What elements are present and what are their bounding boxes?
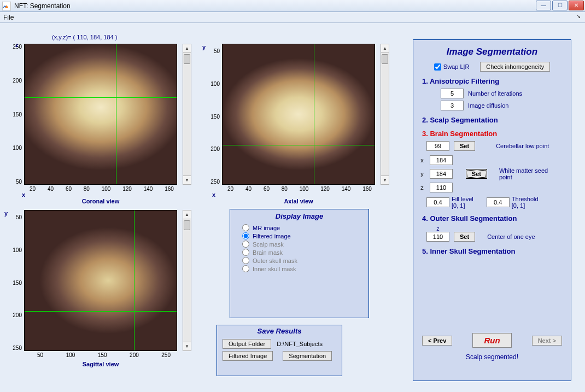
window-maximize-button[interactable]: ☐ — [552, 1, 568, 10]
wm-z-input[interactable] — [430, 183, 453, 192]
sagittal-image — [25, 210, 177, 350]
wm-set-button[interactable]: Set — [466, 169, 487, 179]
scroll-thumb[interactable] — [184, 54, 190, 64]
coronal-axes[interactable] — [24, 44, 177, 185]
matlab-icon — [2, 2, 11, 10]
sagittal-title: Sagittal view — [24, 361, 177, 367]
output-folder-button[interactable]: Output Folder — [223, 339, 271, 349]
menu-file[interactable]: File — [3, 14, 14, 21]
radio-scalp-mask[interactable]: Scalp mask — [242, 241, 356, 248]
coronal-xticks: 20406080100120140160 — [30, 186, 174, 192]
z-label: z — [419, 184, 425, 191]
cerebellar-set-button[interactable]: Set — [454, 141, 475, 151]
radio-mr-image[interactable]: MR image — [242, 224, 356, 231]
coordinate-readout: (x,y,z)= ( 110, 184, 184 ) — [52, 34, 117, 40]
segmentation-title: Image Segmentation — [413, 46, 571, 57]
scroll-track[interactable] — [183, 53, 191, 175]
wm-y-input[interactable] — [430, 169, 453, 179]
save-segmentation-button[interactable]: Segmentation — [283, 351, 332, 361]
scroll-down-icon[interactable]: ▼ — [381, 175, 389, 184]
threshold-input[interactable] — [487, 197, 510, 207]
status-message: Scalp segmented! — [413, 353, 571, 361]
segmentation-panel: Image Segmentation Swap L|R Check inhomo… — [413, 39, 571, 381]
fill-level-label: Fill level — [452, 196, 473, 202]
sagittal-xticks: 50100150200250 — [37, 352, 171, 358]
diffusion-label: Image diffusion — [468, 102, 508, 109]
check-inhomogeneity-button[interactable]: Check inhomogeneity — [480, 62, 550, 72]
scroll-thumb[interactable] — [382, 54, 388, 64]
coronal-ylabel: z — [15, 42, 19, 48]
coronal-title: Coronal view — [24, 198, 177, 204]
save-results-title: Save Results — [217, 325, 342, 337]
run-button[interactable]: Run — [472, 333, 511, 348]
sagittal-yticks: 50100150200250 — [9, 214, 22, 351]
y-label: y — [419, 171, 425, 177]
cerebellar-input[interactable] — [426, 141, 449, 151]
scroll-track[interactable] — [183, 219, 191, 342]
scroll-up-icon[interactable]: ▲ — [183, 44, 191, 53]
sagittal-ylabel: y — [4, 210, 8, 217]
wm-x-input[interactable] — [430, 155, 453, 165]
scroll-track[interactable] — [381, 53, 389, 175]
threshold-label: Threshold — [512, 196, 539, 202]
window-close-button[interactable]: ✕ — [569, 1, 584, 10]
x-label: x — [419, 157, 425, 163]
axial-yticks: 50100150200250 — [207, 48, 220, 185]
scroll-down-icon[interactable]: ▼ — [183, 342, 191, 350]
section-anisotropic-filtering: 1. Anisotropic Filtering — [422, 77, 562, 85]
section-scalp-segmentation: 2. Scalp Segmentation — [422, 116, 562, 124]
save-results-panel: Save Results Output Folder D:\NFT_Subjec… — [217, 325, 342, 376]
fill-level-range: [0, 1] — [452, 202, 473, 209]
section-inner-skull: 5. Inner Skull Segmentation — [422, 247, 562, 255]
display-image-panel: Display Image MR image Filtered image Sc… — [230, 209, 369, 318]
swap-lr-checkbox[interactable]: Swap L|R — [434, 63, 470, 71]
next-button[interactable]: Next > — [532, 336, 562, 346]
titlebar: NFT: Segmentation — ☐ ✕ — [0, 0, 585, 12]
coronal-image — [25, 44, 177, 184]
prev-button[interactable]: < Prev — [422, 336, 452, 346]
cerebellar-label: Cerebellar low point — [496, 143, 549, 149]
iterations-input[interactable] — [441, 89, 464, 98]
coronal-scrollbar[interactable]: ▲ ▼ — [183, 44, 191, 185]
threshold-range: [0, 1] — [512, 202, 539, 209]
axial-scrollbar[interactable]: ▲ ▼ — [381, 44, 389, 185]
section-outer-skull: 4. Outer Skull Segmentation — [422, 214, 562, 223]
window-title: NFT: Segmentation — [14, 2, 71, 10]
eye-label: Center of one eye — [487, 233, 535, 240]
diffusion-input[interactable] — [441, 101, 464, 110]
eye-z-label: z — [437, 226, 440, 232]
section-brain-segmentation: 3. Brain Segmentation — [422, 130, 562, 138]
wm-label: White matter seed point — [499, 167, 562, 180]
eye-z-input[interactable] — [426, 232, 449, 242]
coronal-yticks: 25020015010050 — [9, 44, 22, 185]
scroll-thumb[interactable] — [184, 220, 190, 230]
axial-xlabel: x — [212, 191, 215, 198]
radio-filtered-image[interactable]: Filtered image — [242, 232, 356, 239]
scroll-up-icon[interactable]: ▲ — [183, 210, 191, 219]
axial-xticks: 20406080100120140160 — [227, 186, 372, 192]
radio-inner-skull-mask[interactable]: Inner skull mask — [242, 265, 356, 272]
radio-brain-mask[interactable]: Brain mask — [242, 249, 356, 256]
scroll-down-icon[interactable]: ▼ — [183, 175, 191, 184]
save-filtered-image-button[interactable]: Filtered Image — [223, 351, 273, 361]
scroll-up-icon[interactable]: ▲ — [381, 44, 389, 53]
eye-set-button[interactable]: Set — [454, 232, 475, 242]
window-minimize-button[interactable]: — — [536, 1, 551, 10]
coronal-xlabel: x — [22, 191, 25, 198]
sagittal-axes[interactable] — [24, 210, 177, 351]
axial-axes[interactable] — [222, 44, 375, 185]
menu-overflow-icon[interactable]: ↘ — [576, 13, 581, 19]
display-image-title: Display Image — [230, 209, 368, 223]
iterations-label: Number of iterations — [468, 90, 522, 97]
axial-image — [223, 44, 375, 184]
sagittal-scrollbar[interactable]: ▲ ▼ — [183, 210, 191, 351]
fill-level-input[interactable] — [426, 197, 449, 207]
axial-title: Axial view — [222, 198, 375, 204]
menubar: File ↘ — [0, 12, 585, 23]
axial-ylabel: y — [202, 44, 206, 50]
radio-outer-skull-mask[interactable]: Outer skull mask — [242, 257, 356, 264]
output-folder-path: D:\NFT_Subjects — [277, 341, 323, 347]
